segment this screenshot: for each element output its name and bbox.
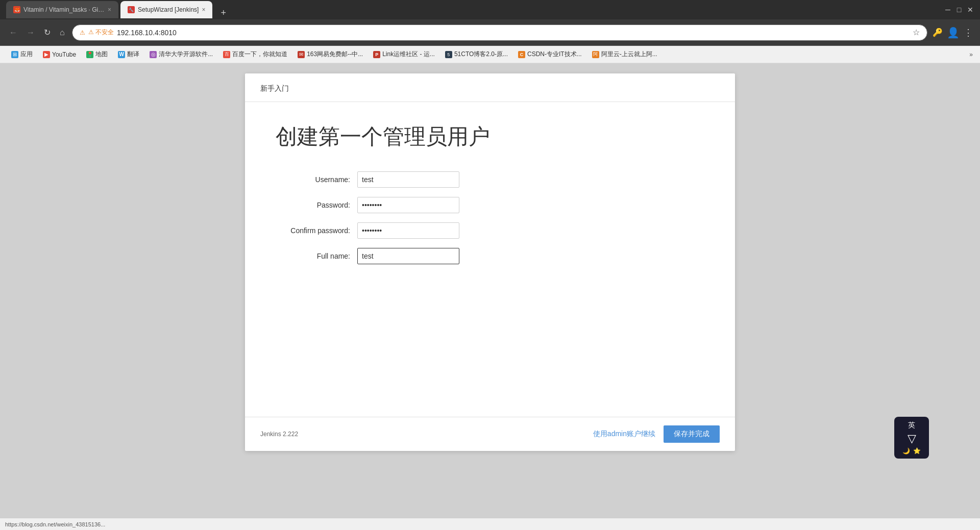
bookmark-baidu[interactable]: 百 百度一下，你就知道 [219, 48, 291, 60]
username-input[interactable] [357, 171, 459, 188]
mail163-favicon: ✉ [298, 51, 305, 58]
back-button[interactable]: ← [7, 26, 19, 39]
page-content: 新手入门 创建第一个管理员用户 Username: Password: Conf… [0, 63, 980, 461]
csdn-favicon: C [518, 51, 525, 58]
minimize-button[interactable]: ─ [944, 6, 951, 13]
bookmark-tsinghua[interactable]: ◎ 清华大学开源软件... [145, 48, 217, 60]
star-icon[interactable]: ☆ [913, 28, 920, 37]
bookmark-163mail[interactable]: ✉ 163网易免费邮--中... [293, 48, 367, 60]
home-button[interactable]: ⌂ [58, 26, 67, 39]
address-bar: ← → ↻ ⌂ ⚠ ⚠ 不安全 192.168.10.4:8010 ☆ 🔑 👤 … [0, 19, 980, 46]
wizard-body: 创建第一个管理员用户 Username: Password: Confirm p… [245, 102, 735, 294]
link-favicon: P [373, 51, 380, 58]
password-input[interactable] [357, 197, 459, 213]
tab2-close[interactable]: × [202, 6, 205, 13]
bookmark-apps-label: 应用 [20, 50, 33, 59]
tab-bar: 🦊 Vitamin / Vitamin_tasks · GitL... × 🔧 … [6, 1, 230, 18]
fullname-label: Full name: [276, 252, 357, 260]
fullname-row: Full name: [276, 248, 704, 264]
browser-chrome: 🦊 Vitamin / Vitamin_tasks · GitL... × 🔧 … [0, 0, 980, 63]
wizard-header: 新手入门 [245, 73, 735, 102]
wizard-footer: Jenkins 2.222 使用admin账户继续 保存并完成 [245, 417, 735, 451]
key-icon-button[interactable]: 🔑 [933, 28, 943, 37]
bookmark-maps-label: 地图 [95, 50, 108, 59]
new-tab-button[interactable]: + [216, 8, 230, 18]
wizard-section-title: 新手入门 [260, 84, 289, 92]
close-button[interactable]: ✕ [967, 6, 974, 13]
tab2-title: SetupWizard [Jenkins] [138, 6, 199, 13]
youtube-favicon: ▶ [43, 51, 50, 58]
aliyun-favicon: 阿 [592, 51, 599, 58]
bookmark-apps[interactable]: ⊞ 应用 [7, 48, 37, 60]
bookmark-maps[interactable]: 📍 地图 [82, 48, 112, 60]
51cto-favicon: 5 [445, 51, 452, 58]
wizard-container: 新手入门 创建第一个管理员用户 Username: Password: Conf… [245, 73, 735, 451]
title-bar-left: 🦊 Vitamin / Vitamin_tasks · GitL... × 🔧 … [6, 1, 230, 18]
ime-overlay: 英 ▽ 🌙 ⭐ [894, 417, 929, 459]
apps-favicon: ⊞ [11, 51, 18, 58]
tsinghua-favicon: ◎ [150, 51, 157, 58]
bookmark-163mail-label: 163网易免费邮--中... [307, 50, 363, 59]
maps-favicon: 📍 [86, 51, 93, 58]
confirm-password-row: Confirm password: [276, 222, 704, 239]
bookmark-translate[interactable]: W 翻译 [114, 48, 143, 60]
maximize-button[interactable]: □ [955, 6, 963, 13]
bookmark-youtube[interactable]: ▶ YouTube [39, 49, 80, 60]
bookmark-csdn-label: CSDN-专业IT技术... [527, 50, 582, 59]
bookmark-aliyun-label: 阿里云-上云就上阿... [601, 50, 657, 59]
bookmarks-more-button[interactable]: » [969, 51, 973, 58]
translate-favicon: W [118, 51, 125, 58]
forward-button[interactable]: → [24, 26, 37, 39]
tab1-title: Vitamin / Vitamin_tasks · GitL... [23, 6, 105, 13]
ime-language-label: 英 [908, 421, 915, 430]
wizard-main-title: 创建第一个管理员用户 [276, 122, 704, 151]
ime-arrow-icon[interactable]: ▽ [908, 432, 916, 445]
save-complete-button[interactable]: 保存并完成 [664, 425, 720, 443]
baidu-favicon: 百 [223, 51, 230, 58]
bookmark-csdn[interactable]: C CSDN-专业IT技术... [514, 48, 586, 60]
bookmark-link[interactable]: P Link运维社区 - 运... [369, 48, 439, 60]
confirm-password-label: Confirm password: [276, 226, 357, 235]
status-bar: https://blog.csdn.net/weixin_43815136... [0, 518, 980, 530]
username-label: Username: [276, 175, 357, 184]
moon-icon: 🌙 [902, 447, 910, 455]
address-url: 192.168.10.4:8010 [117, 29, 910, 37]
title-bar: 🦊 Vitamin / Vitamin_tasks · GitL... × 🔧 … [0, 0, 980, 19]
bookmark-51cto[interactable]: 5 51CTO博客2.0-原... [441, 48, 512, 60]
security-label: ⚠ 不安全 [88, 28, 114, 37]
bookmark-tsinghua-label: 清华大学开源软件... [159, 50, 213, 59]
password-label: Password: [276, 201, 357, 209]
tab-gitlab[interactable]: 🦊 Vitamin / Vitamin_tasks · GitL... × [6, 1, 118, 18]
gitlab-favicon: 🦊 [13, 6, 20, 13]
status-url: https://blog.csdn.net/weixin_43815136... [5, 521, 105, 527]
jenkins-favicon: 🔧 [128, 6, 135, 13]
tab1-close[interactable]: × [108, 6, 111, 13]
address-actions: 🔑 👤 ⋮ [933, 27, 973, 39]
tab-jenkins[interactable]: 🔧 SetupWizard [Jenkins] × [120, 1, 212, 18]
bookmark-youtube-label: YouTube [52, 51, 76, 58]
reload-button[interactable]: ↻ [42, 26, 53, 39]
fullname-input[interactable] [357, 248, 459, 264]
security-warning-icon: ⚠ [80, 29, 85, 36]
bookmark-aliyun[interactable]: 阿 阿里云-上云就上阿... [588, 48, 662, 60]
bookmark-translate-label: 翻译 [127, 50, 139, 59]
bookmark-baidu-label: 百度一下，你就知道 [232, 50, 287, 59]
confirm-password-input[interactable] [357, 222, 459, 239]
username-row: Username: [276, 171, 704, 188]
jenkins-version: Jenkins 2.222 [260, 431, 298, 438]
address-bar-input[interactable]: ⚠ ⚠ 不安全 192.168.10.4:8010 ☆ [72, 24, 927, 41]
bookmarks-bar: ⊞ 应用 ▶ YouTube 📍 地图 W 翻译 ◎ 清华大学开源软件... 百… [0, 46, 980, 63]
ime-extra-icons: 🌙 ⭐ [902, 447, 921, 455]
star-small-icon: ⭐ [913, 447, 921, 455]
account-icon-button[interactable]: 👤 [947, 27, 960, 39]
password-row: Password: [276, 197, 704, 213]
window-controls: ─ □ ✕ [944, 6, 974, 13]
bookmark-51cto-label: 51CTO博客2.0-原... [454, 50, 508, 59]
browser-menu-button[interactable]: ⋮ [964, 27, 973, 38]
bookmark-link-label: Link运维社区 - 运... [382, 50, 435, 59]
skip-admin-link[interactable]: 使用admin账户继续 [593, 430, 655, 439]
